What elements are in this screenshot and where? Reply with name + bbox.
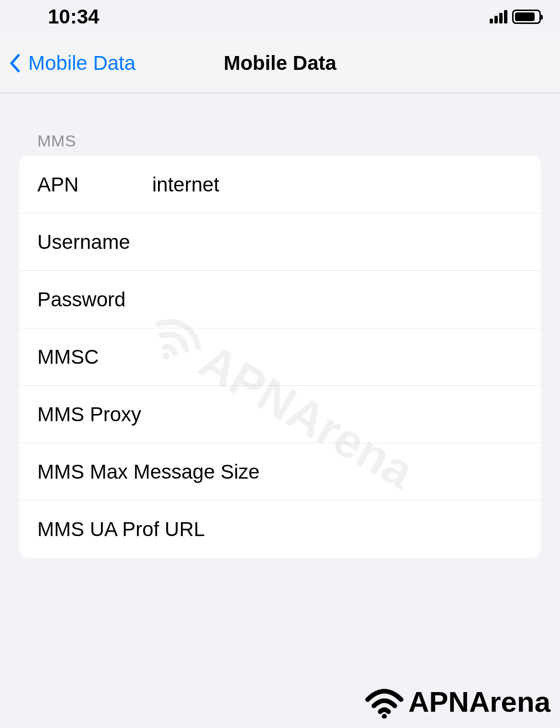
label-mmsc: MMSC <box>37 346 152 369</box>
navigation-bar: Mobile Data Mobile Data <box>0 34 560 93</box>
page-title: Mobile Data <box>224 52 336 75</box>
section-header-mms: MMS <box>19 132 541 156</box>
row-mms-ua-prof[interactable]: MMS UA Prof URL <box>19 501 541 558</box>
row-password[interactable]: Password <box>19 271 541 328</box>
footer-brand: APNArena <box>363 685 550 718</box>
label-mms-proxy: MMS Proxy <box>37 403 152 426</box>
row-mms-proxy[interactable]: MMS Proxy <box>19 386 541 443</box>
label-apn: APN <box>37 173 152 196</box>
status-icons <box>490 10 541 24</box>
content-area: MMS APN Username Password MMSC MMS Proxy… <box>0 93 560 558</box>
input-password[interactable] <box>152 288 523 311</box>
row-username[interactable]: Username <box>19 213 541 271</box>
chevron-left-icon <box>10 54 21 73</box>
label-mms-ua-prof: MMS UA Prof URL <box>37 518 523 541</box>
label-password: Password <box>37 288 152 311</box>
svg-point-1 <box>382 714 387 718</box>
status-bar: 10:34 <box>0 0 560 34</box>
label-mms-max-size: MMS Max Message Size <box>37 460 523 483</box>
settings-group-mms: APN Username Password MMSC MMS Proxy MMS… <box>19 156 541 558</box>
wifi-icon <box>363 685 406 718</box>
label-username: Username <box>37 231 152 254</box>
row-apn[interactable]: APN <box>19 156 541 213</box>
row-mmsc[interactable]: MMSC <box>19 328 541 386</box>
row-mms-max-size[interactable]: MMS Max Message Size <box>19 443 541 501</box>
back-label: Mobile Data <box>28 52 135 75</box>
battery-icon <box>512 10 541 24</box>
cellular-signal-icon <box>490 10 507 23</box>
status-time: 10:34 <box>48 5 99 28</box>
input-mms-proxy[interactable] <box>152 403 523 426</box>
input-username[interactable] <box>152 231 523 254</box>
input-mmsc[interactable] <box>152 346 523 369</box>
input-apn[interactable] <box>152 173 523 196</box>
back-button[interactable]: Mobile Data <box>0 52 135 75</box>
